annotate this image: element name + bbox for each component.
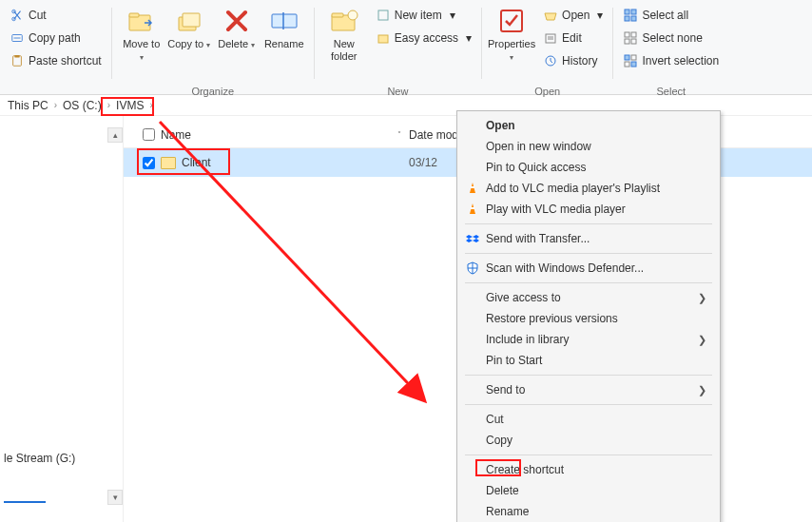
ribbon-group-organize: Move to ▾ Copy to ▾ Delete ▾ Rename <box>112 4 314 84</box>
dropbox-icon <box>463 232 482 245</box>
easy-access-button[interactable]: Easy access ▾ <box>372 29 475 48</box>
select-none-button[interactable]: Select none <box>619 29 723 48</box>
move-to-icon <box>126 6 157 36</box>
ctx-create-shortcut[interactable]: Create shortcut <box>457 459 720 480</box>
new-folder-button[interactable]: New folder <box>320 4 368 63</box>
ctx-copy[interactable]: Copy <box>457 430 720 451</box>
svg-rect-13 <box>378 10 388 20</box>
rename-button[interactable]: Rename <box>261 4 308 50</box>
ctx-delete-label: Delete <box>482 484 706 497</box>
dropdown-icon: ▾ <box>251 41 255 49</box>
ctx-rename[interactable]: Rename <box>457 501 720 522</box>
svg-rect-24 <box>625 39 629 44</box>
ctx-delete[interactable]: Delete <box>457 480 720 501</box>
new-item-icon <box>376 8 391 23</box>
paste-shortcut-button[interactable]: Paste shortcut <box>6 51 106 70</box>
svg-rect-28 <box>625 62 629 67</box>
scroll-down-icon[interactable]: ▾ <box>107 490 123 505</box>
ctx-include-library[interactable]: Include in library❯ <box>457 329 720 350</box>
ctx-open[interactable]: Open <box>457 115 720 136</box>
select-none-label: Select none <box>642 31 702 45</box>
select-all-checkbox[interactable] <box>143 128 155 141</box>
chevron-right-icon: › <box>106 100 112 110</box>
row-checkbox[interactable] <box>143 157 155 169</box>
breadcrumb-os-c[interactable]: OS (C:) <box>59 99 106 112</box>
history-icon <box>543 53 558 68</box>
breadcrumb-ivms[interactable]: IVMS <box>112 99 147 112</box>
ctx-vlc-play[interactable]: Play with VLC media player <box>457 199 720 220</box>
ctx-restore-prev-label: Restore previous versions <box>482 312 706 325</box>
properties-button[interactable]: Properties ▾ <box>488 4 535 64</box>
dropdown-icon: ▾ <box>450 9 455 22</box>
ctx-scan-defender[interactable]: Scan with Windows Defender... <box>457 258 720 279</box>
nav-tree-item[interactable]: le Stream (G:) <box>4 452 75 465</box>
invert-selection-icon <box>623 53 638 68</box>
defender-shield-icon <box>463 261 482 275</box>
svg-rect-19 <box>631 10 636 14</box>
ctx-include-lib-label: Include in library <box>482 333 698 346</box>
copy-to-icon <box>174 6 204 36</box>
dropdown-icon: ▾ <box>140 53 144 62</box>
scroll-track[interactable] <box>107 143 123 490</box>
edit-icon <box>543 30 558 46</box>
history-button[interactable]: History <box>539 51 607 70</box>
svg-rect-23 <box>631 32 636 37</box>
submenu-arrow-icon: ❯ <box>698 334 706 346</box>
ctx-rename-label: Rename <box>482 505 706 518</box>
invert-selection-button[interactable]: Invert selection <box>619 51 723 70</box>
select-all-button[interactable]: Select all <box>619 6 723 25</box>
svg-rect-22 <box>625 32 629 37</box>
ctx-scan-defender-label: Scan with Windows Defender... <box>482 261 706 275</box>
ctx-restore-previous[interactable]: Restore previous versions <box>457 308 720 329</box>
folder-icon <box>161 157 176 169</box>
open-button[interactable]: Open ▾ <box>539 6 607 25</box>
svg-rect-30 <box>471 186 474 188</box>
copy-path-button[interactable]: Copy path <box>6 29 106 48</box>
svg-rect-11 <box>332 13 343 17</box>
properties-check-icon <box>496 6 527 36</box>
copy-to-label: Copy to <box>167 38 203 49</box>
ctx-copy-label: Copy <box>482 434 706 447</box>
nav-scrollbar[interactable]: ▴ ▾ <box>107 127 123 505</box>
copy-path-label: Copy path <box>29 31 81 45</box>
svg-rect-9 <box>272 14 297 28</box>
column-name[interactable]: Name ˅ <box>143 128 409 142</box>
edit-button[interactable]: Edit <box>539 29 607 48</box>
svg-rect-18 <box>625 10 629 14</box>
breadcrumb-this-pc[interactable]: This PC <box>4 99 52 112</box>
dropdown-icon: ▾ <box>466 31 472 45</box>
ctx-pin-start[interactable]: Pin to Start <box>457 350 720 371</box>
ctx-give-access[interactable]: Give access to❯ <box>457 287 720 308</box>
ctx-pin-start-label: Pin to Start <box>482 354 706 367</box>
dropdown-icon: ▾ <box>597 9 603 22</box>
ribbon-group-clipboard: Cut Copy path Paste shortcut <box>0 4 111 84</box>
ctx-create-shortcut-label: Create shortcut <box>482 463 706 476</box>
copy-path-icon <box>10 30 25 46</box>
copy-to-button[interactable]: Copy to ▾ <box>165 4 213 51</box>
cut-button[interactable]: Cut <box>6 6 106 25</box>
move-to-button[interactable]: Move to ▾ <box>118 4 165 64</box>
nav-tree-gutter: le Stream (G:) ▴ ▾ <box>0 116 124 522</box>
ribbon: Cut Copy path Paste shortcut Move to ▾ C… <box>0 0 812 95</box>
ctx-open-new-window[interactable]: Open in new window <box>457 136 720 157</box>
delete-label: Delete <box>218 38 248 49</box>
ctx-send-to[interactable]: Send to❯ <box>457 379 720 400</box>
ctx-vlc-playlist[interactable]: Add to VLC media player's Playlist <box>457 178 720 199</box>
new-item-label: New item <box>395 9 442 22</box>
column-name-label: Name <box>161 128 191 142</box>
ctx-send-transfer[interactable]: Send with Transfer... <box>457 228 720 249</box>
vlc-cone-icon <box>463 182 482 195</box>
new-folder-icon <box>329 6 359 36</box>
ribbon-group-new: New folder New item ▾ Easy access ▾ <box>315 4 481 84</box>
ctx-cut[interactable]: Cut <box>457 409 720 430</box>
svg-rect-27 <box>631 55 636 60</box>
svg-rect-31 <box>471 207 474 209</box>
cut-label: Cut <box>29 9 47 22</box>
chevron-down-icon[interactable]: ˅ <box>397 130 401 139</box>
select-all-label: Select all <box>642 9 688 22</box>
new-item-button[interactable]: New item ▾ <box>372 6 475 25</box>
delete-button[interactable]: Delete ▾ <box>213 4 261 51</box>
ctx-pin-quick-access[interactable]: Pin to Quick access <box>457 157 720 178</box>
scroll-up-icon[interactable]: ▴ <box>107 127 123 143</box>
delete-x-icon <box>222 6 252 36</box>
